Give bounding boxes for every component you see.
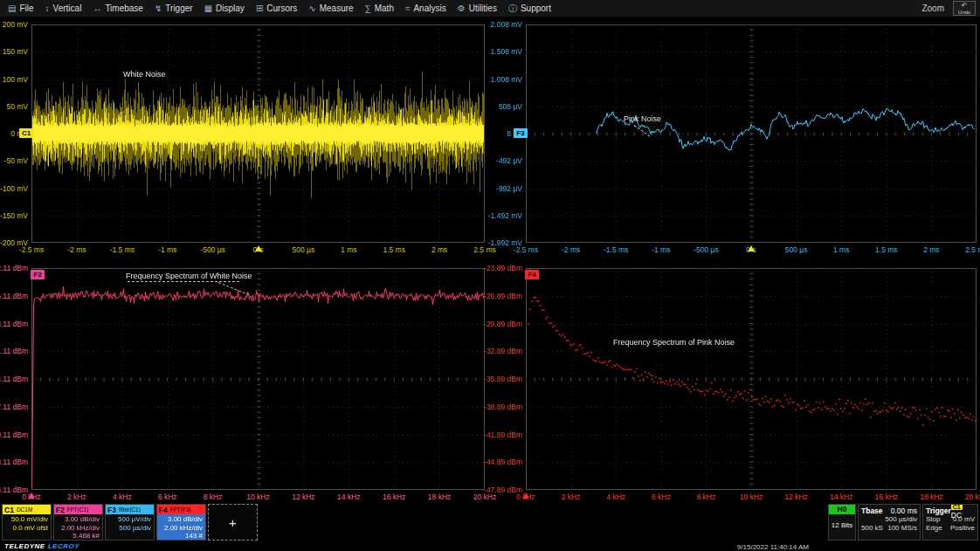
menu-item-measure[interactable]: ∿Measure [303, 2, 358, 15]
cursors-icon: ⊞ [256, 4, 263, 13]
file-icon: ▤ [8, 4, 16, 13]
measure-icon: ∿ [308, 4, 315, 13]
descriptor-F2[interactable]: F2FFT(C1)3.00 dB/div2.00 kHz/div5.468 k# [53, 504, 103, 541]
x-tick-label: 1 ms [341, 246, 356, 254]
menu-item-label: Analysis [413, 3, 445, 13]
menu-item-cursors[interactable]: ⊞Cursors [251, 2, 302, 15]
menu-item-label: Display [216, 3, 245, 13]
y-tick-label: 2.008 mV [491, 21, 522, 29]
timebase-box[interactable]: Tbase 0.00 ms 500 µs/div 500 kS 100 MS/s [858, 504, 921, 541]
menu-item-label: File [19, 3, 33, 13]
annotation-underline [128, 281, 239, 282]
x-tick-label: -2.5 ms [19, 246, 44, 254]
trigger-label: Trigger [926, 506, 951, 515]
descriptor-channel-label: F4 [159, 506, 168, 514]
undo-button-label: Undo [958, 10, 970, 15]
y-tick-label: -1.492 mV [488, 212, 522, 220]
panel-white-noise-spectrum[interactable]: -72.11 dBm-75.11 dBm-78.11 dBm-81.11 dBm… [31, 268, 485, 490]
resolution-box[interactable]: H0 12 Bits [828, 504, 856, 541]
descriptor-line: 500 µs/div [107, 524, 151, 533]
menu-item-vertical[interactable]: ↕Vertical [40, 2, 87, 15]
timebase-icon: ↔ [93, 4, 101, 13]
trace-annotation: Frequency Spectrum of White Noise [126, 272, 252, 280]
menu-item-label: Utilities [469, 3, 497, 13]
y-tick-label: -38.89 dBm [484, 403, 522, 411]
add-trace-button[interactable]: + [208, 504, 258, 541]
math-icon: ∑ [365, 4, 371, 13]
channel-marker-f2[interactable]: F2 [31, 270, 45, 279]
channel-marker-c1[interactable]: C1 [19, 128, 33, 138]
menu-item-label: Support [521, 3, 551, 13]
support-icon: ⓘ [508, 4, 517, 13]
trigger-time-marker[interactable] [748, 245, 755, 251]
pink-noise-waveform [526, 24, 977, 243]
y-tick-label: -100 mV [0, 185, 28, 193]
menu-item-utilities[interactable]: ⚙Utilities [452, 2, 502, 15]
timebase-samples: 500 kS [861, 524, 883, 533]
y-tick-label: -26.89 dBm [484, 293, 522, 300]
y-tick-label: -492 µV [496, 157, 522, 165]
x-tick-label: 4 kHz [606, 493, 625, 501]
panel-pink-noise-time[interactable]: 2.008 mV1.508 mV1.008 mV508 µV8 µV-492 µ… [526, 24, 977, 243]
zero-frequency-marker[interactable] [522, 492, 529, 499]
x-tick-label: 8 kHz [204, 493, 223, 501]
trace-annotation: White Noise [123, 70, 166, 79]
x-tick-label: 12 kHz [292, 493, 314, 501]
y-tick-label: -23.89 dBm [484, 265, 522, 272]
undo-icon: ↶ [962, 3, 968, 10]
x-tick-label: 8 kHz [697, 493, 716, 501]
trigger-level: 0.0 mV [953, 515, 975, 524]
y-tick-label: -90.11 dBm [0, 431, 28, 439]
trace-descriptors: C1DC1M50.0 mV/div0.0 mV ofstF2FFT(C1)3.0… [2, 504, 258, 541]
menu-item-trigger[interactable]: ↯Trigger [149, 2, 198, 15]
x-tick-label: -2 ms [562, 246, 580, 254]
timebase-label: Tbase [861, 506, 883, 515]
menu-item-analysis[interactable]: ≈Analysis [400, 2, 452, 15]
descriptor-subtitle: DC1M [17, 506, 32, 513]
y-tick-label: 200 mV [3, 21, 28, 29]
menu-item-math[interactable]: ∑Math [360, 2, 399, 15]
y-tick-label: 1.008 mV [491, 76, 522, 84]
brand-logo: TELEDYNELECROY [4, 542, 79, 550]
descriptor-line: 2.00 kHz/div [158, 524, 203, 533]
timebase-sample-rate: 100 MS/s [887, 524, 917, 533]
vertical-icon: ↕ [45, 4, 50, 13]
descriptor-C1[interactable]: C1DC1M50.0 mV/div0.0 mV ofst [2, 504, 52, 541]
x-tick-label: 2 ms [431, 246, 447, 254]
descriptor-F4[interactable]: F4FFT(F3)3.00 dB/div2.00 kHz/div143 # [156, 504, 206, 541]
menu-item-timebase[interactable]: ↔Timebase [87, 2, 148, 15]
h0-resolution-value: 12 Bits [829, 521, 855, 529]
x-tick-label: 6 kHz [652, 493, 671, 501]
menu-item-label: Cursors [266, 3, 297, 13]
y-tick-label: -44.89 dBm [484, 458, 522, 466]
x-tick-label: 14 kHz [830, 493, 852, 501]
y-tick-label: 508 µV [499, 103, 522, 111]
descriptor-channel-label: F3 [107, 506, 116, 514]
channel-marker-f4[interactable]: F4 [525, 270, 539, 279]
undo-button[interactable]: ↶ Undo [953, 1, 976, 16]
footer-bar: TELEDYNELECROY 9/15/2022 11:40:14 AM [0, 542, 980, 551]
timebase-per-div: 500 µs/div [861, 515, 917, 524]
descriptor-F3[interactable]: F3filter(C1)500 µV/div500 µs/div [105, 504, 155, 541]
menu-item-label: Trigger [165, 3, 192, 13]
menu-item-support[interactable]: ⓘSupport [503, 2, 556, 15]
zero-frequency-marker[interactable] [28, 492, 35, 499]
descriptor-line: 143 # [158, 532, 203, 541]
trigger-box[interactable]: Trigger C1 DC Stop 0.0 mV Edge Positive [922, 504, 978, 541]
x-tick-label: 4 kHz [113, 493, 132, 501]
y-tick-label: -32.89 dBm [484, 348, 522, 355]
x-tick-label: 16 kHz [383, 493, 405, 501]
menu-item-file[interactable]: ▤File [3, 2, 39, 15]
panel-pink-noise-spectrum[interactable]: -23.89 dBm-26.89 dBm-29.89 dBm-32.89 dBm… [526, 268, 977, 490]
trigger-time-marker[interactable] [255, 245, 262, 251]
x-tick-label: -1 ms [158, 246, 176, 254]
panel-white-noise-time[interactable]: 200 mV150 mV100 mV50 mV0 mV-50 mV-100 mV… [31, 24, 485, 243]
x-tick-label: 6 kHz [158, 493, 177, 501]
zoom-label[interactable]: Zoom [921, 3, 944, 13]
menu-item-display[interactable]: ▦Display [199, 2, 250, 15]
y-tick-label: -75.11 dBm [0, 293, 28, 300]
y-tick-label: -150 mV [0, 212, 28, 220]
trigger-mode: Stop [926, 515, 940, 524]
channel-marker-f3[interactable]: F3 [514, 128, 528, 138]
x-tick-label: 1 ms [833, 246, 849, 254]
